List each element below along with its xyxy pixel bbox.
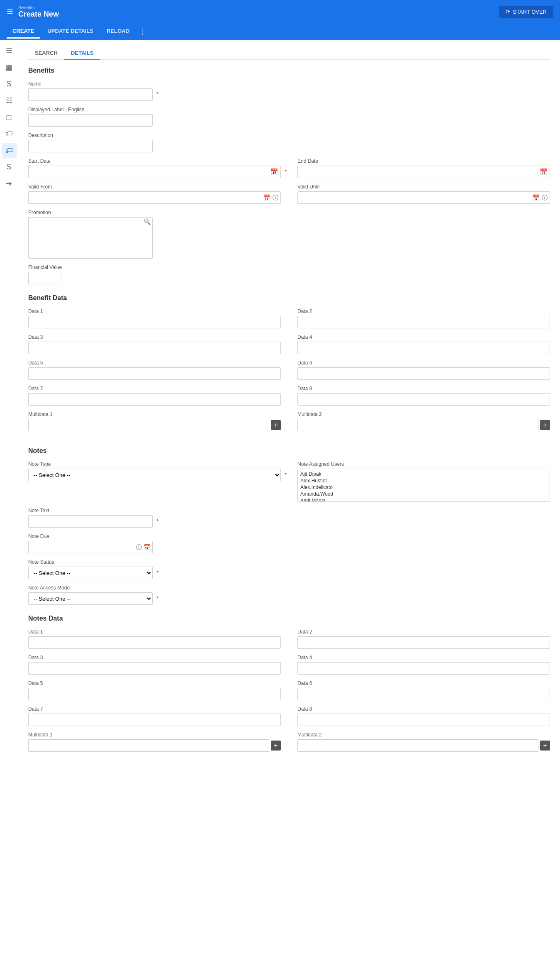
note-access-mode-select[interactable]: -- Select One --: [28, 592, 153, 605]
notes-multidata2-group: Multidata 2 +: [297, 732, 550, 752]
sidebar-icon-menu[interactable]: ☰: [2, 43, 17, 58]
sub-nav-tab-reload[interactable]: RELOAD: [101, 24, 135, 39]
notes-data4-group: Data 4: [297, 655, 550, 675]
sidebar-icon-exit[interactable]: ➔: [2, 176, 17, 191]
benefit-multidata2-input[interactable]: [297, 419, 538, 431]
user-item-1[interactable]: Alex.Hustler: [299, 477, 548, 484]
benefit-multidata2-label: Multidata 2: [297, 411, 550, 417]
start-date-calendar-icon[interactable]: 📅: [270, 168, 278, 176]
notes-data7-input[interactable]: [28, 714, 281, 726]
benefit-data5-input[interactable]: [28, 367, 281, 380]
benefit-data7-input[interactable]: [28, 393, 281, 406]
promotion-list[interactable]: [29, 226, 152, 258]
sidebar-icon-circle-dollar[interactable]: $: [2, 159, 17, 174]
sidebar-icon-tag2[interactable]: 🏷: [2, 143, 17, 158]
end-date-calendar-icon[interactable]: 📅: [540, 168, 548, 176]
notes-data-section-title: Notes Data: [28, 615, 550, 622]
header-title-block: Benefits Create New: [18, 5, 59, 19]
financial-value-input[interactable]: [28, 272, 61, 284]
sub-nav-tab-create[interactable]: CREATE: [7, 24, 40, 39]
valid-from-group: Valid From 📅 ⓘ: [28, 184, 281, 204]
sidebar-icon-grid[interactable]: ▦: [2, 60, 17, 75]
sidebar-icon-list[interactable]: ☷: [2, 93, 17, 108]
user-item-4[interactable]: Amit.Marya: [299, 497, 548, 502]
end-date-group: End Date 📅: [297, 158, 550, 178]
note-text-group: Note Text *: [28, 508, 550, 528]
financial-value-group: Financial Value: [28, 264, 550, 284]
notes-multidata2-add-button[interactable]: +: [540, 741, 550, 751]
benefit-multidata2-container: +: [297, 419, 550, 431]
tab-details[interactable]: DETAILS: [64, 46, 100, 60]
notes-data-grid: Data 1 Data 2 Data 3 Data 4: [28, 629, 550, 758]
end-date-label: End Date: [297, 158, 550, 164]
benefit-multidata1-label: Multidata 1: [28, 411, 281, 417]
valid-from-label: Valid From: [28, 184, 281, 190]
notes-data7-label: Data 7: [28, 706, 281, 712]
benefit-multidata1-add-button[interactable]: +: [271, 420, 281, 430]
benefit-data5-group: Data 5: [28, 360, 281, 380]
benefit-data3-input[interactable]: [28, 342, 281, 354]
header-title: Create New: [18, 10, 59, 19]
displayed-label-input[interactable]: [28, 114, 153, 127]
note-assigned-users-group: Note Assigned Users Ajit.Dipak Alex.Hust…: [297, 461, 550, 502]
valid-until-group: Valid Until 📅 ⓘ: [297, 184, 550, 204]
valid-until-calendar-icon[interactable]: 📅: [532, 194, 539, 201]
note-status-label: Note Status: [28, 559, 550, 565]
start-over-button[interactable]: ⟳ START OVER: [499, 6, 553, 18]
user-item-0[interactable]: Ajit.Dipak: [299, 471, 548, 477]
sub-nav-tab-update[interactable]: UPDATE DETAILS: [41, 24, 99, 39]
description-input[interactable]: [28, 140, 153, 152]
note-status-select[interactable]: -- Select One --: [28, 567, 153, 579]
notes-section: Notes Note Type -- Select One -- * Note …: [28, 447, 550, 605]
notes-data4-input[interactable]: [297, 662, 550, 675]
description-label: Description: [28, 132, 550, 138]
sidebar-icon-package[interactable]: ◻: [2, 110, 17, 125]
notes-data3-input[interactable]: [28, 662, 281, 675]
benefit-multidata2-group: Multidata 2 +: [297, 411, 550, 431]
name-input[interactable]: [28, 88, 153, 101]
valid-from-help-icon[interactable]: ⓘ: [273, 194, 278, 202]
promotion-search-icon[interactable]: 🔍: [144, 218, 151, 225]
benefit-data2-input[interactable]: [297, 316, 550, 328]
note-text-input[interactable]: [28, 515, 153, 528]
valid-from-calendar-icon[interactable]: 📅: [263, 194, 270, 201]
more-options-icon[interactable]: ⋮: [139, 27, 146, 36]
notes-multidata1-add-button[interactable]: +: [271, 741, 281, 751]
end-date-input[interactable]: [297, 166, 550, 178]
start-date-input[interactable]: [28, 166, 281, 178]
benefit-data6-input[interactable]: [297, 367, 550, 380]
note-status-group: Note Status -- Select One -- *: [28, 559, 550, 579]
hamburger-icon[interactable]: ☰: [7, 7, 13, 16]
notes-data6-input[interactable]: [297, 688, 550, 700]
user-item-2[interactable]: Alex.Indelicato: [299, 484, 548, 491]
benefit-multidata1-input[interactable]: [28, 419, 269, 431]
benefit-data1-label: Data 1: [28, 308, 281, 314]
note-due-help-icon[interactable]: ⓘ: [136, 544, 142, 551]
sidebar-icon-dollar[interactable]: $: [2, 76, 17, 91]
sidebar-icon-tag1[interactable]: 🏷: [2, 126, 17, 141]
benefit-multidata2-add-button[interactable]: +: [540, 420, 550, 430]
benefit-data1-input[interactable]: [28, 316, 281, 328]
valid-until-help-icon[interactable]: ⓘ: [542, 194, 548, 202]
note-type-select[interactable]: -- Select One --: [28, 469, 281, 481]
valid-until-input[interactable]: [297, 191, 550, 204]
note-access-mode-required: *: [156, 595, 158, 601]
valid-from-input[interactable]: [28, 191, 281, 204]
benefit-data4-input[interactable]: [297, 342, 550, 354]
benefit-data8-input[interactable]: [297, 393, 550, 406]
notes-data1-input[interactable]: [28, 636, 281, 649]
note-assigned-users-list[interactable]: Ajit.Dipak Alex.Hustler Alex.Indelicato …: [297, 469, 550, 502]
notes-data8-input[interactable]: [297, 714, 550, 726]
notes-section-title: Notes: [28, 447, 550, 455]
valid-until-label: Valid Until: [297, 184, 550, 190]
user-item-3[interactable]: Amanda.Wood: [299, 491, 548, 497]
note-due-calendar-icon[interactable]: 📅: [143, 544, 150, 550]
benefits-section: Benefits Name * Displayed Label - Englis…: [28, 67, 550, 284]
tab-search[interactable]: SEARCH: [28, 46, 64, 60]
promotion-search-input[interactable]: [30, 219, 144, 225]
note-due-input[interactable]: [28, 541, 153, 553]
notes-multidata1-input[interactable]: [28, 739, 269, 752]
notes-data2-input[interactable]: [297, 636, 550, 649]
notes-multidata2-input[interactable]: [297, 739, 538, 752]
notes-data5-input[interactable]: [28, 688, 281, 700]
